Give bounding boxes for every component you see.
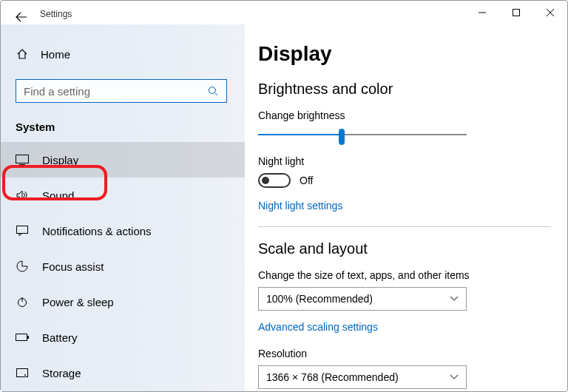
- brightness-slider[interactable]: [258, 127, 467, 142]
- close-button[interactable]: [533, 1, 567, 24]
- sound-icon: [16, 190, 29, 200]
- battery-icon: [16, 334, 29, 341]
- power-icon: [16, 296, 29, 308]
- titlebar: Settings: [1, 1, 567, 24]
- chevron-down-icon: [450, 294, 459, 304]
- svg-point-8: [24, 374, 26, 376]
- chevron-down-icon: [450, 372, 459, 382]
- sidebar-item-notifications[interactable]: Notifications & actions: [1, 213, 245, 249]
- slider-thumb[interactable]: [339, 129, 345, 145]
- night-light-state: Off: [300, 175, 313, 186]
- storage-icon: [16, 368, 29, 377]
- sidebar-item-focus-assist[interactable]: Focus assist: [1, 249, 245, 284]
- maximize-button[interactable]: [499, 1, 533, 24]
- minimize-icon: [479, 9, 486, 16]
- svg-rect-2: [16, 155, 29, 163]
- section-brightness-heading: Brightness and color: [258, 81, 551, 98]
- resolution-select-label: Resolution: [258, 348, 551, 359]
- sidebar-item-label: Battery: [42, 331, 78, 344]
- notification-icon: [16, 226, 29, 236]
- search-box[interactable]: [16, 79, 227, 103]
- minimize-button[interactable]: [465, 1, 499, 24]
- sidebar-item-label: Notifications & actions: [42, 225, 152, 237]
- svg-rect-3: [17, 226, 28, 234]
- search-icon: [207, 86, 219, 96]
- close-icon: [547, 9, 554, 16]
- section-scale-heading: Scale and layout: [258, 240, 551, 257]
- sidebar-home-label: Home: [41, 48, 70, 61]
- night-light-label: Night light: [258, 155, 551, 167]
- back-button[interactable]: [13, 9, 30, 25]
- svg-rect-6: [27, 336, 29, 339]
- sidebar: Home System Display: [1, 24, 245, 391]
- sidebar-item-label: Focus assist: [42, 260, 104, 273]
- advanced-scaling-link[interactable]: Advanced scaling settings: [258, 321, 551, 333]
- scale-select-value: 100% (Recommended): [266, 293, 373, 305]
- scale-select-label: Change the size of text, apps, and other…: [258, 269, 551, 281]
- sidebar-item-battery[interactable]: Battery: [1, 320, 245, 355]
- sidebar-item-label: Storage: [42, 367, 81, 379]
- search-input[interactable]: [24, 85, 207, 98]
- sidebar-item-storage[interactable]: Storage: [1, 355, 245, 391]
- resolution-select[interactable]: 1366 × 768 (Recommended): [258, 365, 467, 389]
- night-light-settings-link[interactable]: Night light settings: [258, 200, 551, 212]
- toggle-knob: [262, 177, 269, 184]
- home-icon: [16, 48, 29, 60]
- sidebar-item-power-sleep[interactable]: Power & sleep: [1, 284, 245, 320]
- sidebar-item-display[interactable]: Display: [1, 142, 245, 178]
- svg-point-1: [209, 87, 216, 94]
- focus-assist-icon: [16, 260, 29, 272]
- sidebar-item-sound[interactable]: Sound: [1, 178, 245, 213]
- sidebar-nav: Display Sound Notifications & actions: [1, 142, 245, 391]
- app-title: Settings: [40, 9, 72, 19]
- window-controls: [465, 1, 567, 24]
- sidebar-item-label: Power & sleep: [42, 296, 114, 308]
- svg-rect-0: [513, 10, 520, 16]
- resolution-select-value: 1366 × 768 (Recommended): [266, 371, 399, 383]
- main-panel: Display Brightness and color Change brig…: [245, 24, 567, 391]
- page-title: Display: [258, 42, 551, 66]
- sidebar-item-label: Display: [42, 154, 78, 166]
- maximize-icon: [513, 9, 520, 16]
- settings-window: Settings Home: [0, 0, 568, 392]
- scale-select[interactable]: 100% (Recommended): [258, 287, 467, 311]
- section-divider: [258, 226, 551, 227]
- slider-fill: [258, 134, 342, 135]
- sidebar-home[interactable]: Home: [1, 39, 245, 69]
- arrow-left-icon: [16, 11, 27, 23]
- sidebar-item-label: Sound: [42, 189, 74, 202]
- svg-rect-7: [17, 369, 28, 377]
- brightness-slider-label: Change brightness: [258, 109, 551, 121]
- sidebar-category: System: [16, 121, 245, 133]
- svg-rect-5: [16, 334, 27, 341]
- display-icon: [16, 155, 29, 165]
- night-light-toggle[interactable]: [258, 173, 291, 188]
